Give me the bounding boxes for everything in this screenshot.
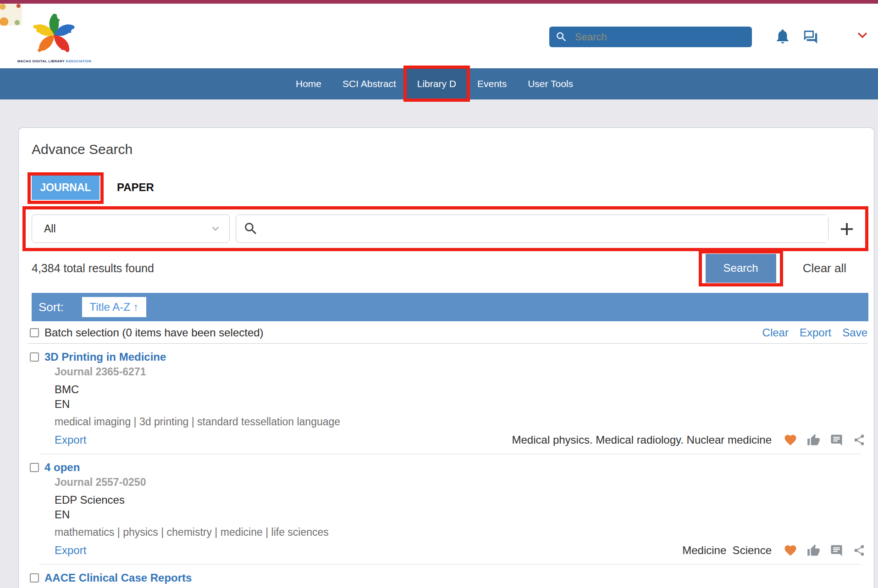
avatar-quote-image bbox=[0, 4, 22, 8]
comment-icon[interactable] bbox=[830, 544, 843, 557]
journal-result-item: 3D Printing in Medicine Journal 2365-627… bbox=[19, 344, 874, 454]
journal-categories: Medicine Science bbox=[682, 544, 772, 557]
thumbs-up-icon[interactable] bbox=[807, 434, 820, 447]
batch-select-checkbox[interactable] bbox=[30, 328, 39, 337]
field-select-value: All bbox=[44, 223, 212, 235]
journal-issn: Journal 2557-0250 bbox=[55, 476, 867, 488]
item-checkbox[interactable] bbox=[30, 352, 39, 362]
account-menu-chevron-down-icon[interactable] bbox=[857, 32, 867, 40]
comment-icon[interactable] bbox=[830, 434, 843, 447]
main-nav: Home SCI Abstract Library D Events User … bbox=[0, 68, 878, 99]
journal-title-link[interactable]: 3D Printing in Medicine bbox=[44, 351, 166, 363]
search-icon bbox=[243, 221, 259, 236]
messages-chat-icon[interactable] bbox=[801, 29, 820, 47]
save-link[interactable]: Save bbox=[842, 326, 867, 339]
notifications-bell-icon[interactable] bbox=[774, 27, 791, 47]
results-summary-row: 4,384 total results found Search Clear a… bbox=[32, 253, 867, 283]
journal-keywords: mathematics | physics | chemistry | medi… bbox=[55, 526, 867, 539]
thumbs-up-icon[interactable] bbox=[807, 544, 820, 557]
global-search-input[interactable] bbox=[575, 31, 746, 43]
query-box bbox=[236, 214, 828, 243]
header: MACAO DIGITAL LIBRARY ASSOCIATION bbox=[0, 4, 878, 68]
batch-selection-label: Batch selection (0 items have been selec… bbox=[44, 326, 264, 339]
logo-flower-icon bbox=[32, 12, 77, 57]
sort-order-button[interactable]: Title A-Z ↑ bbox=[82, 297, 146, 317]
global-search-box[interactable] bbox=[549, 27, 752, 47]
add-filter-button[interactable]: + bbox=[828, 216, 865, 241]
nav-item-home[interactable]: Home bbox=[285, 68, 332, 99]
item-checkbox[interactable] bbox=[30, 463, 39, 472]
export-item-link[interactable]: Export bbox=[55, 434, 86, 446]
batch-selection-row: Batch selection (0 items have been selec… bbox=[30, 323, 867, 342]
journal-issn: Journal 2365-6271 bbox=[55, 366, 867, 378]
top-accent-bar bbox=[0, 0, 878, 4]
results-count: 4,384 total results found bbox=[32, 262, 154, 275]
query-input[interactable] bbox=[264, 215, 828, 242]
journal-title-link[interactable]: AACE Clinical Case Reports bbox=[44, 572, 192, 584]
clear-link[interactable]: Clear bbox=[762, 326, 789, 339]
clear-all-button[interactable]: Clear all bbox=[803, 261, 846, 275]
page-title: Advance Search bbox=[19, 128, 874, 157]
item-checkbox[interactable] bbox=[30, 573, 39, 583]
favorite-heart-icon[interactable] bbox=[784, 433, 797, 447]
site-logo[interactable]: MACAO DIGITAL LIBRARY ASSOCIATION bbox=[17, 12, 91, 63]
share-icon[interactable] bbox=[853, 434, 866, 446]
advance-search-panel: Advance Search JOURNAL PAPER All + 4,384… bbox=[18, 127, 874, 588]
search-icon bbox=[555, 31, 568, 43]
journal-keywords: medical imaging | 3d printing | standard… bbox=[55, 415, 867, 428]
journal-result-item: 4 open Journal 2557-0250 EDP Sciences EN… bbox=[19, 454, 874, 565]
sort-label: Sort: bbox=[39, 300, 64, 314]
field-select[interactable]: All bbox=[32, 214, 230, 243]
share-icon[interactable] bbox=[853, 544, 866, 557]
nav-item-library-d[interactable]: Library D bbox=[407, 68, 467, 99]
journal-result-item: AACE Clinical Case Reports Journal 2376-… bbox=[19, 565, 874, 588]
journal-publisher: EDP Sciences bbox=[55, 494, 867, 506]
logo-caption: MACAO DIGITAL LIBRARY ASSOCIATION bbox=[17, 59, 91, 63]
search-filter-row: All + bbox=[22, 206, 868, 251]
journal-publisher: BMC bbox=[55, 383, 867, 396]
journal-title-link[interactable]: 4 open bbox=[44, 461, 80, 474]
nav-item-sci-abstract[interactable]: SCI Abstract bbox=[332, 68, 407, 99]
search-type-tabs: JOURNAL PAPER bbox=[32, 175, 874, 200]
tab-paper[interactable]: PAPER bbox=[117, 181, 154, 194]
chevron-down-icon bbox=[212, 226, 219, 231]
journal-categories: Medical physics. Medical radiology. Nucl… bbox=[512, 434, 772, 446]
favorite-heart-icon[interactable] bbox=[784, 544, 797, 557]
sort-bar: Sort: Title A-Z ↑ bbox=[32, 293, 868, 321]
export-link[interactable]: Export bbox=[800, 326, 831, 339]
nav-item-user-tools[interactable]: User Tools bbox=[517, 68, 584, 99]
tab-journal[interactable]: JOURNAL bbox=[32, 175, 99, 200]
search-button[interactable]: Search bbox=[706, 254, 776, 283]
journal-language: EN bbox=[55, 508, 867, 521]
nav-item-events[interactable]: Events bbox=[467, 68, 517, 99]
export-item-link[interactable]: Export bbox=[55, 544, 86, 557]
journal-language: EN bbox=[55, 398, 867, 411]
